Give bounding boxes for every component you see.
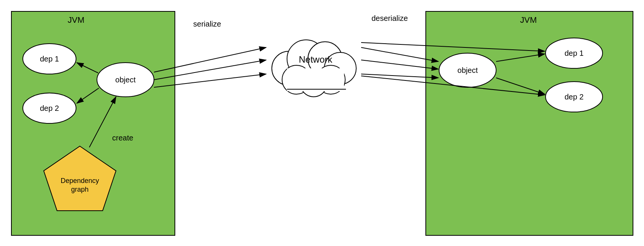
network-cloud (272, 40, 356, 97)
dep2-left-label: dep 2 (40, 104, 59, 112)
dependency-graph-label2: graph (71, 186, 89, 193)
left-jvm-label: JVM (68, 15, 84, 25)
create-label: create (112, 134, 133, 142)
right-jvm-box (426, 11, 633, 235)
dep1-right-label: dep 1 (565, 49, 584, 57)
right-jvm-label: JVM (520, 15, 537, 25)
deserialize-label: deserialize (371, 14, 408, 22)
object-right-label: object (457, 66, 478, 74)
dependency-graph-label: Dependency (60, 177, 99, 184)
dep2-right-label: dep 2 (565, 93, 584, 101)
serialize-label: serialize (193, 20, 221, 28)
dep1-left-label: dep 1 (40, 55, 59, 63)
network-label: Network (299, 54, 333, 65)
object-left-label: object (115, 76, 136, 84)
svg-rect-10 (287, 68, 344, 91)
